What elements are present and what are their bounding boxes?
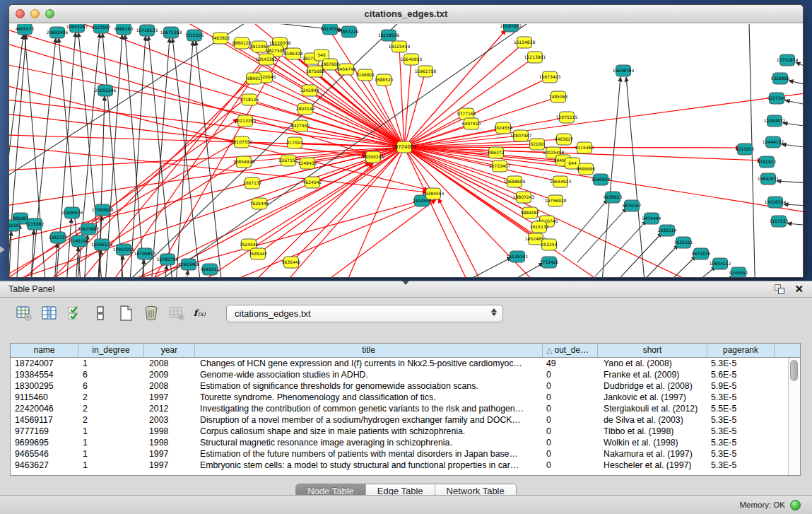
scrollbar-thumb[interactable] xyxy=(790,360,798,381)
graph-edge[interactable] xyxy=(26,80,250,278)
cell-year: 2012 xyxy=(144,403,195,414)
cell-title: Disruption of a novel member of a sodium… xyxy=(195,414,543,426)
graph-edge[interactable] xyxy=(783,123,803,127)
graph-node-label: 16795817 xyxy=(134,251,156,256)
cell-out_degree: 0 xyxy=(543,448,598,460)
graph-node-label: 317004 xyxy=(287,140,303,145)
cell-out_degree: 0 xyxy=(543,460,598,471)
row-mode-icon[interactable] xyxy=(90,304,110,323)
close-icon[interactable]: ✕ xyxy=(794,284,804,294)
cell-year: 1997 xyxy=(144,392,195,403)
graph-node-label: 9463627 xyxy=(555,136,574,141)
cell-name: 14569117 xyxy=(11,414,78,426)
graph-node-label: 20691406 xyxy=(47,30,69,35)
cell-pagerank: 5.3E-5 xyxy=(707,426,775,437)
table-row[interactable]: 969969511998Structural magnetic resonanc… xyxy=(11,437,788,448)
graph-node-label: 1145194 xyxy=(70,238,89,243)
graph-edge[interactable] xyxy=(258,147,404,254)
column-header-name[interactable]: name xyxy=(11,344,78,357)
graph-edge[interactable] xyxy=(645,256,696,278)
column-checklist-icon[interactable] xyxy=(65,304,84,323)
graph-edge[interactable] xyxy=(690,276,734,278)
graph-node-label: 7485063 xyxy=(549,94,568,99)
table-row[interactable]: 2242004622012Investigating the contribut… xyxy=(11,403,788,414)
graph-edge[interactable] xyxy=(266,59,404,147)
graph-node-label: 2967608 xyxy=(321,62,340,66)
delete-table-icon[interactable] xyxy=(167,304,186,323)
graph-node-label: 18724007 xyxy=(392,144,417,150)
cell-title: Changes of HCN gene expression and I(f) … xyxy=(195,358,543,369)
table-row[interactable]: 946362711997Embryonic stem cells: a mode… xyxy=(11,460,788,471)
cell-out_degree: 49 xyxy=(543,358,598,369)
graph-edge[interactable] xyxy=(785,100,803,105)
graph-edge[interactable] xyxy=(464,257,512,278)
graph-edge[interactable] xyxy=(9,147,404,241)
graph-edge[interactable] xyxy=(626,77,647,278)
cell-name: 9699695 xyxy=(11,437,78,448)
graph-node-label: 10025458 xyxy=(543,150,565,155)
graph-edge[interactable] xyxy=(777,181,803,183)
new-column-icon[interactable] xyxy=(116,304,135,323)
graph-node-label: 20287662 xyxy=(500,24,522,28)
table-row[interactable]: 946554611997Estimation of the future num… xyxy=(11,448,788,460)
graph-edge[interactable] xyxy=(150,38,170,278)
graph-edge[interactable] xyxy=(787,223,803,226)
graph-edge[interactable] xyxy=(796,62,803,69)
graph-node-label: 9777169 xyxy=(457,111,476,116)
column-header-in_degree[interactable]: in_degree xyxy=(78,344,144,357)
cell-name: 22420046 xyxy=(11,403,78,414)
cell-name: 18724007 xyxy=(11,358,78,369)
float-window-icon[interactable] xyxy=(775,284,784,294)
column-header-short[interactable]: short xyxy=(598,344,707,357)
graph-node-label: 10973493 xyxy=(539,74,561,79)
graph-edge[interactable] xyxy=(249,147,404,245)
column-header-year[interactable]: year xyxy=(144,344,195,357)
graph-edge[interactable] xyxy=(595,221,647,276)
graph-node-label: 486372 xyxy=(488,150,505,155)
table-row[interactable]: 1456911722003Disruption of a novel membe… xyxy=(11,414,788,426)
graph-edge[interactable] xyxy=(129,36,146,278)
graph-edge[interactable] xyxy=(9,35,26,278)
cell-title: Corpus callosum shape and size in male p… xyxy=(195,426,543,437)
column-header-pagerank[interactable]: pagerank xyxy=(707,344,775,357)
show-columns-icon[interactable] xyxy=(40,304,59,323)
graph-edge[interactable] xyxy=(669,267,716,278)
cell-title: Genome-wide association studies in ADHD. xyxy=(195,369,543,380)
cell-short: Dudbridge et al. (2008) xyxy=(598,380,707,392)
column-header-title[interactable]: title xyxy=(195,344,543,357)
delete-column-icon[interactable] xyxy=(141,304,160,323)
graph-node-label: 1342737 xyxy=(49,235,68,240)
table-row[interactable]: 911546021997Tourette syndrome. Phenomeno… xyxy=(11,392,788,403)
table-selector-dropdown[interactable]: citations_edges.txt xyxy=(226,305,503,322)
vertical-scrollbar[interactable] xyxy=(788,358,800,475)
table-row[interactable]: 1830029562008Estimation of significance … xyxy=(11,380,788,392)
cell-pagerank: 5.3E-5 xyxy=(707,358,775,369)
graph-edge[interactable] xyxy=(784,204,803,206)
graph-node-label: 19384554 xyxy=(423,191,445,196)
graph-edge[interactable] xyxy=(183,270,188,278)
graph-node-label: 6791912 xyxy=(758,159,777,164)
table-row[interactable]: 977716911998Corpus callosum shape and si… xyxy=(11,426,788,437)
column-header-out_degree[interactable]: △ out_de… xyxy=(543,344,598,357)
graph-edge[interactable] xyxy=(782,144,803,148)
graph-node-label: 10654112 xyxy=(710,261,731,266)
graph-node-label: 9115460 xyxy=(575,145,594,150)
graph-edge[interactable] xyxy=(611,233,662,278)
table-settings-icon[interactable] xyxy=(14,304,33,323)
cell-year: 1997 xyxy=(144,460,195,471)
splitter-grip-icon[interactable] xyxy=(402,281,409,285)
graph-node-label: 9227341 xyxy=(767,95,787,100)
graph-edge[interactable] xyxy=(74,247,78,278)
function-builder-icon[interactable]: f(x) xyxy=(192,304,211,323)
graph-edge[interactable] xyxy=(789,81,803,86)
table-row[interactable]: 1938455462009Genome-wide association stu… xyxy=(11,369,788,380)
graph-edge[interactable] xyxy=(563,199,608,252)
graph-node-label: 16961758 xyxy=(415,69,437,74)
table-row[interactable]: 1872400712008Changes of HCN gene express… xyxy=(11,358,788,369)
network-canvas[interactable]: 4405572206914061065326715276076466160107… xyxy=(9,24,803,277)
cell-year: 1997 xyxy=(144,448,195,460)
cell-pagerank: 5.3E-5 xyxy=(707,392,775,403)
graph-edge[interactable] xyxy=(627,245,678,278)
graph-edge[interactable] xyxy=(577,208,627,262)
graph-node-label: 6466160 xyxy=(114,26,134,31)
